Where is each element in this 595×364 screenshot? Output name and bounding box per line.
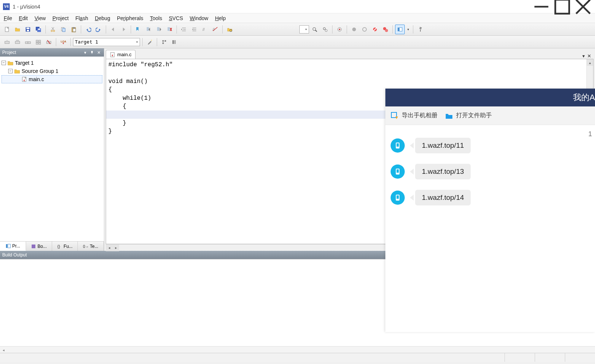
panel-dropdown-icon[interactable]: ▾ (82, 50, 88, 55)
configure-icon[interactable] (416, 25, 425, 34)
project-tree[interactable]: − Target 1 − Source Group 1 main.c (0, 57, 104, 241)
editor-tab-close-icon[interactable]: ✕ (587, 53, 591, 59)
overlay-export-button[interactable]: 导出手机相册 (391, 112, 438, 120)
svg-rect-58 (400, 28, 402, 31)
bookmark-clear-icon[interactable] (165, 25, 174, 34)
minimize-button[interactable] (531, 0, 552, 13)
svg-marker-20 (86, 29, 88, 31)
scroll-left-icon[interactable]: ◂ (0, 347, 7, 353)
save-all-icon[interactable] (34, 25, 43, 34)
cut-icon[interactable] (48, 25, 58, 34)
find-in-files-icon[interactable] (225, 25, 235, 34)
build-output-hscroll[interactable]: ◂ (0, 346, 595, 353)
comment-icon[interactable]: // (200, 25, 210, 34)
message-row[interactable]: 1.wazf.top/11 (391, 138, 588, 153)
panel-pin-icon[interactable] (89, 50, 95, 55)
window-layout-icon[interactable] (395, 25, 405, 34)
bookmark-next-icon[interactable] (154, 25, 164, 34)
tab-templates[interactable]: 0→ Te... (78, 242, 104, 251)
menu-help[interactable]: Help (215, 15, 226, 21)
manage-components-icon[interactable] (159, 37, 169, 47)
target-options-icon[interactable] (145, 37, 155, 47)
breakpoint-disable-icon[interactable] (370, 25, 380, 34)
tab-templates-label: Te... (90, 244, 98, 249)
menu-tools[interactable]: Tools (150, 15, 162, 21)
undo-icon[interactable] (83, 25, 93, 34)
panel-close-icon[interactable]: ✕ (96, 50, 102, 55)
maximize-button[interactable] (552, 0, 573, 13)
find-combo[interactable]: ▾ (299, 25, 309, 33)
breakpoint-insert-icon[interactable] (349, 25, 359, 34)
message-bubble[interactable]: 1.wazf.top/11 (415, 138, 471, 153)
tree-target[interactable]: − Target 1 (1, 59, 102, 67)
scroll-up-icon[interactable]: ▴ (587, 59, 593, 66)
menu-debug[interactable]: Debug (95, 15, 110, 21)
uncomment-icon[interactable]: // (210, 25, 220, 34)
menu-file[interactable]: File (4, 15, 12, 21)
copy-icon[interactable] (58, 25, 68, 34)
debug-icon[interactable] (335, 25, 344, 34)
outdent-icon[interactable] (190, 25, 199, 34)
menu-flash[interactable]: Flash (75, 15, 88, 21)
message-bubble[interactable]: 1.wazf.top/14 (415, 190, 471, 205)
translate-icon[interactable] (2, 37, 12, 47)
manage-books-icon[interactable] (170, 37, 179, 47)
bubble-arrow-icon (410, 169, 414, 175)
svg-rect-62 (15, 41, 20, 44)
overlay-titlebar[interactable]: 我的A (385, 89, 595, 106)
message-bubble[interactable]: 1.wazf.top/13 (415, 164, 471, 179)
svg-rect-86 (8, 244, 10, 248)
target-select[interactable]: Target 1 ▾ (73, 38, 140, 46)
redo-icon[interactable] (94, 25, 104, 34)
svg-rect-16 (63, 28, 65, 32)
tab-books[interactable]: Bo... (26, 242, 52, 251)
new-file-icon[interactable] (2, 25, 12, 34)
svg-rect-57 (398, 28, 399, 31)
tree-group[interactable]: − Source Group 1 (1, 67, 102, 75)
overlay-open-button[interactable]: 打开文件助手 (445, 112, 492, 120)
paste-icon[interactable] (69, 25, 79, 34)
save-icon[interactable] (23, 25, 33, 34)
expander-icon[interactable]: − (1, 61, 6, 65)
batch-build-icon[interactable] (34, 37, 43, 47)
scroll-right-icon[interactable]: ▸ (112, 245, 119, 251)
menu-edit[interactable]: Edit (19, 15, 28, 21)
stop-build-icon[interactable] (44, 37, 54, 47)
indent-icon[interactable] (179, 25, 189, 34)
find-icon[interactable] (310, 25, 319, 34)
editor-tab-dropdown-icon[interactable]: ▾ (582, 53, 585, 59)
download-icon[interactable]: LOAD (58, 37, 68, 47)
close-button[interactable] (573, 0, 594, 13)
menu-svcs[interactable]: SVCS (169, 15, 183, 21)
bookmark-prev-icon[interactable] (144, 25, 153, 34)
tab-books-label: Bo... (38, 244, 47, 249)
menu-project[interactable]: Project (52, 15, 69, 21)
tree-file[interactable]: main.c (1, 75, 102, 83)
build-icon[interactable] (13, 37, 22, 47)
tab-functions[interactable]: {} Fu... (52, 242, 78, 251)
svg-marker-21 (99, 29, 101, 31)
breakpoint-enable-icon[interactable] (360, 25, 369, 34)
incremental-find-icon[interactable] (320, 25, 330, 34)
menu-view[interactable]: View (35, 15, 46, 21)
rebuild-icon[interactable] (23, 37, 33, 47)
tab-project[interactable]: Pr... (0, 242, 26, 251)
overlay-window: 我的A 导出手机相册 打开文件助手 1 1.wazf.top/111.wazf.… (385, 89, 595, 332)
menu-peripherals[interactable]: Peripherals (117, 15, 143, 21)
editor-tabbar: main.c ▾ ✕ (104, 48, 595, 59)
svg-rect-60 (5, 41, 9, 44)
svg-text:{}: {} (57, 244, 60, 249)
nav-forward-icon[interactable] (119, 25, 128, 34)
nav-back-icon[interactable] (108, 25, 118, 34)
dropdown-arrow-icon[interactable]: ▾ (405, 25, 411, 34)
project-panel-header: Project ▾ ✕ (0, 48, 104, 57)
open-folder-icon[interactable] (13, 25, 22, 34)
breakpoint-kill-icon[interactable] (381, 25, 390, 34)
editor-tab-main[interactable]: main.c (106, 50, 136, 59)
expander-icon[interactable]: − (8, 69, 13, 73)
message-row[interactable]: 1.wazf.top/14 (391, 190, 588, 205)
scroll-left-icon[interactable]: ◂ (106, 245, 112, 251)
message-row[interactable]: 1.wazf.top/13 (391, 164, 588, 179)
bookmark-toggle-icon[interactable] (133, 25, 143, 34)
menu-window[interactable]: Window (190, 15, 209, 21)
